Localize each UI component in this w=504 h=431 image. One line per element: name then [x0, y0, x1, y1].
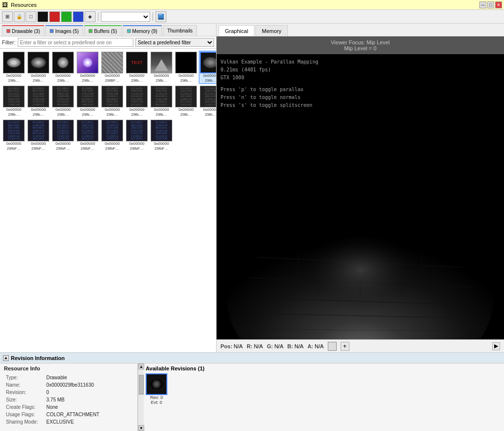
- resource-item[interactable]: TEXT0x0000029fb…: [125, 51, 149, 84]
- resource-item[interactable]: 0x0000029fb…: [174, 51, 198, 84]
- toolbar-btn-window[interactable]: □: [26, 11, 36, 22]
- resource-item[interactable]: 0111001111001110001110111110111010011001…: [150, 119, 173, 152]
- next-button[interactable]: ▶: [492, 342, 500, 350]
- g-value: N/A: [274, 343, 283, 349]
- viewer-tab-bar: Graphical Memory: [217, 24, 504, 36]
- resource-item[interactable]: 0111001110111011100111011100110011101110…: [51, 85, 75, 118]
- overlay-line-3: GTX 1000: [220, 74, 318, 82]
- toolbar-btn-grid[interactable]: ⊞: [2, 11, 13, 22]
- tab-images-label: Images (5): [55, 29, 79, 34]
- toolbar-btn-green[interactable]: ■: [61, 11, 72, 22]
- resource-item[interactable]: 0111001111011101111001111011100111001110…: [174, 85, 198, 118]
- tab-images[interactable]: Images (5): [45, 25, 83, 36]
- resource-item[interactable]: 0x0000029fb…: [199, 51, 216, 84]
- filter-input[interactable]: [18, 38, 134, 47]
- info-scrollbar[interactable]: ▲ ▼: [138, 364, 144, 431]
- add-channel-button[interactable]: +: [341, 342, 349, 351]
- resource-item[interactable]: 0111001111001100001100111100111000111011…: [27, 119, 50, 152]
- resource-item[interactable]: 0x0000029fb…: [150, 51, 173, 84]
- revision-img-svg: [147, 374, 166, 394]
- resource-item[interactable]: 0111001111011100011101111001110111100111…: [199, 85, 216, 118]
- color-swatch: [328, 342, 337, 351]
- tab-graphical[interactable]: Graphical: [219, 25, 254, 36]
- toolbar-dropdown[interactable]: [101, 12, 150, 22]
- maximize-button[interactable]: □: [487, 1, 494, 8]
- tab-memory-label: Memory (9): [132, 29, 158, 34]
- title-text: Resources: [11, 2, 37, 8]
- b-value: N/A: [294, 343, 303, 349]
- resource-item[interactable]: 0x0000029fb…: [51, 51, 75, 84]
- svg-rect-2: [158, 18, 164, 20]
- resource-item-label: 0x0000029fbF…: [126, 141, 148, 151]
- resource-item-label: 0x0000029fb…: [28, 107, 49, 117]
- scroll-thumb[interactable]: [139, 375, 144, 395]
- info-row: Name:0x0000029fbe311630: [5, 382, 132, 388]
- info-field-value: 0: [45, 389, 132, 396]
- info-row: Usage Flags:COLOR_ATTACHMENT: [5, 411, 132, 418]
- info-field-label: Usage Flags:: [5, 411, 44, 418]
- toolbar-save-btn[interactable]: [156, 11, 166, 22]
- toolbar-btn-blue[interactable]: ■: [73, 11, 84, 22]
- tab-dot-drawable: [6, 29, 10, 33]
- resource-item[interactable]: 0111001110111001110011001110011100110011…: [100, 85, 124, 118]
- tab-buffers[interactable]: Buffers (5): [84, 25, 122, 36]
- tab-drawable[interactable]: Drawable (3): [2, 25, 44, 36]
- pos-field: Pos: N/A: [220, 343, 243, 349]
- filter-select[interactable]: Select a predefined filter: [135, 38, 214, 47]
- toolbar-btn-black[interactable]: ■: [37, 11, 48, 22]
- resource-item[interactable]: 0x0000029fBF…: [100, 51, 124, 84]
- grid-row: 0111001100111011101110011001110111011100…: [2, 119, 214, 152]
- resource-item[interactable]: 0111001100111011101110011101110111001100…: [27, 85, 50, 118]
- resource-item[interactable]: 0111001110011101111011100011001111011100…: [150, 85, 173, 118]
- resource-item[interactable]: 0111001110111001110111001110111001110111…: [76, 85, 99, 118]
- toolbar-btn-red[interactable]: ■: [49, 11, 60, 22]
- overlay-line-2: 0.21ms (4481 fps): [220, 66, 318, 74]
- resource-item-label: 0x0000029fb…: [175, 73, 197, 83]
- resource-item[interactable]: 0x0000029fb…: [2, 51, 26, 84]
- left-panel: Drawable (3) Images (5) Buffers (5) Memo…: [0, 24, 217, 352]
- g-label: G:: [267, 343, 273, 349]
- filter-bar: Filter: Select a predefined filter: [0, 36, 216, 49]
- revision-panel: Available Revisions (1) Rev: 0Evt: 0: [144, 364, 504, 431]
- resource-item[interactable]: 0x0000029fb…: [27, 51, 50, 84]
- resource-info-title: Resource Info: [4, 365, 133, 371]
- bottom-panel-header: ▲ Revision Information: [0, 353, 504, 364]
- info-row: Sharing Mode:EXCLUSIVE: [5, 419, 132, 425]
- viewer-header-line2: Mip Level = 0: [344, 45, 377, 51]
- r-value: N/A: [254, 343, 263, 349]
- resource-item-label: 0x0000029fb…: [126, 73, 148, 83]
- tab-dot-memory: [127, 29, 131, 33]
- viewer-header: Viewer Focus: Mip Level Mip Level = 0: [217, 36, 504, 54]
- viewer-header-line1: Viewer Focus: Mip Level: [331, 39, 390, 45]
- resource-item[interactable]: 0111001110011101111011100111001111011101…: [76, 119, 99, 152]
- resource-item-label: 0x0000029fb…: [126, 107, 148, 117]
- tab-thumbnails[interactable]: Thumbnails: [163, 25, 197, 36]
- toolbar-btn-diamond[interactable]: ◈: [85, 11, 95, 22]
- resource-item[interactable]: 0111001101110111011101111110011111100110…: [51, 119, 75, 152]
- tab-memory-view[interactable]: Memory: [255, 25, 288, 36]
- resource-item[interactable]: 0111001100111011101110011001110111011100…: [2, 119, 26, 152]
- revision-title: Available Revisions (1): [146, 365, 502, 371]
- resource-item[interactable]: 0111001110011101111011100111011110111001…: [125, 85, 149, 118]
- resource-item-label: 0x0000029fb…: [77, 73, 98, 83]
- resource-item-label: 0x0000029fb…: [175, 107, 197, 117]
- tab-memory[interactable]: Memory (9): [123, 25, 162, 36]
- resource-item[interactable]: 0111001111100110110111001011100101110011…: [100, 119, 124, 152]
- revision-item-0[interactable]: Rev: 0Evt: 0: [146, 373, 167, 405]
- toolbar-sep-1: [98, 12, 98, 21]
- resource-item[interactable]: 0111001100111011101110111011100110011101…: [2, 85, 26, 118]
- resource-item[interactable]: 0111001100111011100111011101110011101110…: [125, 119, 149, 152]
- collapse-button[interactable]: ▲: [3, 355, 9, 361]
- minimize-button[interactable]: ─: [479, 1, 486, 8]
- g-field: G: N/A: [267, 343, 284, 349]
- app-icon: 🖼: [2, 1, 8, 8]
- scroll-track: [138, 369, 144, 425]
- resource-item-label: 0x0000029fb…: [52, 73, 74, 83]
- toolbar-btn-lock[interactable]: 🔒: [14, 11, 25, 22]
- resource-item[interactable]: 0x0000029fb…: [76, 51, 99, 84]
- resource-item-label: 0x0000029fb…: [3, 107, 25, 117]
- close-button[interactable]: ✕: [495, 1, 502, 8]
- right-panel: Graphical Memory Viewer Focus: Mip Level…: [217, 24, 504, 352]
- overlay-line-1: Vulkan Example - Parallax Mapping: [220, 58, 318, 66]
- resource-item-label: 0x0000029fb…: [77, 107, 98, 117]
